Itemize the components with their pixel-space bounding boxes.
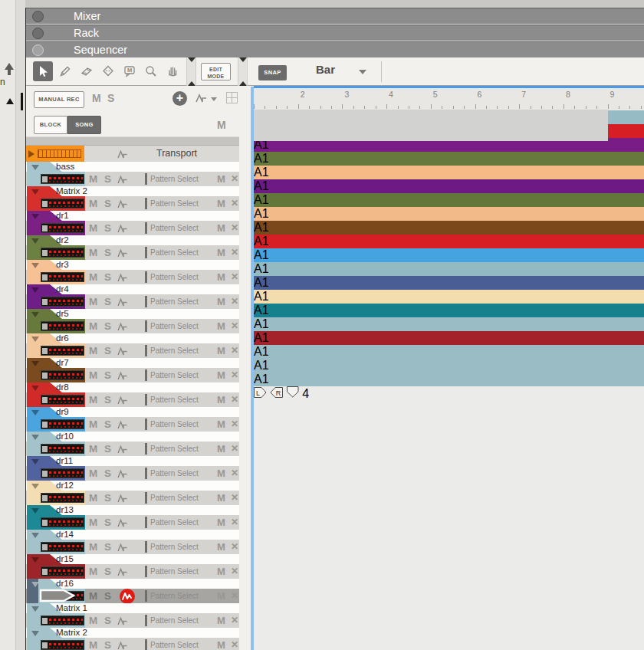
- pattern-clip[interactable]: A1: [254, 262, 644, 276]
- lane-mute-button[interactable]: M: [217, 419, 225, 430]
- mute-tool-button[interactable]: M: [120, 61, 140, 81]
- device-thumbnail[interactable]: [41, 419, 84, 429]
- lane-mute-button[interactable]: M: [217, 271, 225, 283]
- lane-delete-button[interactable]: ✕: [231, 541, 238, 552]
- expand-triangle-icon[interactable]: [31, 582, 39, 587]
- track-row[interactable]: dr10MSPattern SelectM✕: [26, 432, 254, 456]
- chevron-down-icon[interactable]: [359, 70, 366, 74]
- lane-delete-button[interactable]: ✕: [231, 468, 238, 478]
- device-thumbnail[interactable]: [41, 248, 84, 258]
- expand-triangle-icon[interactable]: [31, 361, 39, 366]
- transport-track-row[interactable]: Transport: [26, 146, 254, 162]
- automation-dropdown-icon[interactable]: [211, 97, 217, 101]
- hand-tool-button[interactable]: [163, 61, 182, 81]
- lane-mute-button[interactable]: M: [217, 639, 225, 650]
- track-solo-button[interactable]: S: [104, 271, 111, 283]
- track-solo-button[interactable]: S: [104, 541, 111, 553]
- pattern-clip[interactable]: A1: [254, 152, 644, 166]
- track-row[interactable]: dr1MSPattern SelectM✕: [26, 211, 254, 235]
- device-thumbnail[interactable]: [41, 199, 84, 208]
- master-mute-button[interactable]: M: [217, 119, 226, 131]
- track-mute-button[interactable]: M: [89, 566, 97, 577]
- device-thumbnail[interactable]: [41, 174, 84, 184]
- expand-triangle-icon[interactable]: [31, 263, 39, 268]
- expand-triangle-icon[interactable]: [31, 631, 39, 636]
- lane-delete-button[interactable]: ✕: [231, 566, 238, 576]
- lane-mute-button[interactable]: M: [217, 517, 225, 528]
- lane-delete-button[interactable]: ✕: [231, 443, 238, 454]
- track-row[interactable]: dr13MSPattern SelectM✕: [26, 505, 254, 530]
- track-solo-button[interactable]: S: [104, 296, 111, 307]
- lane-mute-button[interactable]: M: [217, 566, 225, 577]
- device-thumbnail[interactable]: [41, 395, 84, 405]
- expand-triangle-icon[interactable]: [31, 410, 39, 415]
- track-row[interactable]: dr3MSPattern SelectM✕: [26, 260, 254, 284]
- pattern-clip[interactable]: A1: [254, 290, 644, 304]
- pattern-clip[interactable]: A1: [254, 304, 644, 317]
- track-row[interactable]: dr4MSPattern SelectM✕: [26, 284, 254, 309]
- track-mute-button[interactable]: M: [89, 345, 97, 356]
- track-solo-button[interactable]: S: [104, 247, 111, 258]
- expand-triangle-icon[interactable]: [31, 435, 39, 440]
- pattern-clip[interactable]: A1: [254, 221, 644, 235]
- track-solo-button[interactable]: S: [104, 443, 111, 455]
- track-row[interactable]: dr16MSPattern SelectM✕: [26, 579, 254, 603]
- arrangement-panel[interactable]: A1A1A1A1A1A1A1A1A1A1A1A1A1A1A1A1A1A1A1A1…: [254, 86, 644, 650]
- track-row[interactable]: dr2MSPattern SelectM✕: [26, 235, 254, 260]
- lane-mute-button[interactable]: M: [217, 443, 225, 455]
- block-mode-button[interactable]: BLOCK: [34, 116, 67, 134]
- track-row[interactable]: dr11MSPattern SelectM✕: [26, 456, 254, 481]
- lane-delete-button[interactable]: ✕: [231, 173, 238, 184]
- track-solo-button[interactable]: S: [104, 590, 111, 602]
- snap-button[interactable]: SNAP: [258, 65, 287, 80]
- device-thumbnail[interactable]: [41, 346, 84, 356]
- track-solo-button[interactable]: S: [104, 419, 111, 430]
- track-mute-button[interactable]: M: [89, 222, 97, 234]
- left-locator-flag[interactable]: L: [254, 387, 267, 398]
- titlebar-rack[interactable]: Rack: [26, 25, 644, 41]
- automation-record-badge[interactable]: [120, 589, 135, 604]
- track-mute-button[interactable]: M: [89, 394, 97, 405]
- expand-triangle-icon[interactable]: [31, 484, 39, 489]
- lane-delete-button[interactable]: ✕: [231, 222, 238, 233]
- pattern-clip[interactable]: A1: [254, 359, 644, 373]
- expand-triangle-icon[interactable]: [31, 312, 39, 317]
- track-mute-button[interactable]: M: [89, 247, 97, 258]
- song-mode-button[interactable]: SONG: [67, 116, 101, 134]
- track-solo-button[interactable]: S: [104, 615, 111, 626]
- track-solo-button[interactable]: S: [104, 345, 111, 356]
- sequencer-window-button[interactable]: [32, 44, 44, 56]
- lane-mute-button[interactable]: M: [217, 369, 225, 381]
- track-row[interactable]: Matrix 2MSPattern SelectM✕: [26, 628, 254, 650]
- lane-delete-button[interactable]: ✕: [231, 615, 238, 625]
- lane-delete-button[interactable]: ✕: [231, 271, 238, 282]
- device-thumbnail[interactable]: [41, 370, 84, 380]
- track-solo-button[interactable]: S: [104, 320, 111, 332]
- lane-mute-button[interactable]: M: [217, 222, 225, 234]
- lane-delete-button[interactable]: ✕: [231, 198, 238, 208]
- track-mute-button[interactable]: M: [89, 615, 97, 626]
- track-row[interactable]: Matrix 1MSPattern SelectM✕: [26, 603, 254, 628]
- automation-icon[interactable]: [117, 640, 129, 650]
- track-solo-button[interactable]: S: [104, 566, 111, 577]
- razor-tool-button[interactable]: [98, 61, 118, 81]
- lane-delete-button[interactable]: ✕: [231, 296, 238, 307]
- lane-mute-button[interactable]: M: [217, 198, 225, 209]
- track-solo-button[interactable]: S: [104, 492, 111, 504]
- device-thumbnail[interactable]: [41, 542, 84, 552]
- device-thumbnail[interactable]: [41, 297, 84, 307]
- lane-delete-button[interactable]: ✕: [231, 320, 238, 331]
- track-solo-button[interactable]: S: [104, 369, 111, 381]
- pane-splitter-1[interactable]: [186, 57, 196, 86]
- track-mute-button[interactable]: M: [89, 198, 97, 209]
- mixer-window-button[interactable]: [32, 11, 44, 22]
- expand-triangle-icon[interactable]: [31, 508, 39, 514]
- lane-delete-button[interactable]: ✕: [231, 639, 238, 650]
- track-solo-button[interactable]: S: [104, 222, 111, 234]
- pattern-clip[interactable]: A1: [254, 331, 644, 345]
- expand-triangle-icon[interactable]: [31, 557, 39, 563]
- song-position-line[interactable]: [251, 87, 254, 650]
- lane-delete-button[interactable]: ✕: [231, 419, 238, 429]
- device-thumbnail[interactable]: [41, 640, 84, 650]
- expand-triangle-icon[interactable]: [31, 606, 39, 612]
